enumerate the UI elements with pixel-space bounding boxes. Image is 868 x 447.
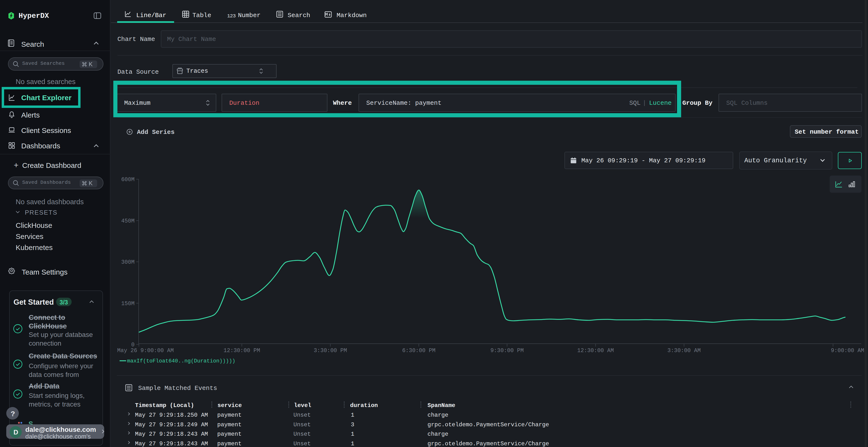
svg-text:6:30:00 PM: 6:30:00 PM [402,347,435,354]
svg-text:May 26 9:00:00 AM: May 26 9:00:00 AM [117,347,174,354]
svg-text:9:00:00 AM: 9:00:00 AM [831,347,864,354]
svg-text:3:30:00 AM: 3:30:00 AM [668,347,701,354]
svg-text:12:30:00 PM: 12:30:00 PM [223,347,260,354]
svg-text:150M: 150M [121,301,134,307]
svg-text:9:30:00 PM: 9:30:00 PM [490,347,524,354]
svg-text:300M: 300M [121,259,134,265]
svg-text:0: 0 [131,342,134,348]
svg-text:3:30:00 PM: 3:30:00 PM [314,347,347,354]
svg-text:450M: 450M [121,218,134,224]
svg-text:600M: 600M [121,176,134,183]
svg-text:12:30:00 AM: 12:30:00 AM [577,347,614,354]
